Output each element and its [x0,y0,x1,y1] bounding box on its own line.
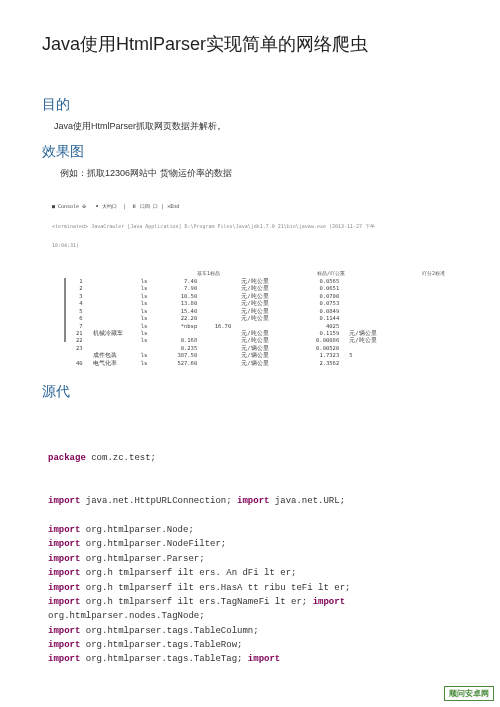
data-cell: 21 [76,330,83,337]
purpose-body: Java使用HtmlParser抓取网页数据并解析。 [54,120,458,133]
data-cell: ls [141,308,148,315]
data-cell [349,323,389,330]
data-cell: 0.00086 [299,337,339,344]
data-cell [207,293,231,300]
data-cell: 元/吨公里 [241,300,289,307]
data-cell: ls [141,330,148,337]
data-cell [241,323,289,330]
data-cell [93,285,131,292]
page-title: Java使用HtmlParser实现简单的网络爬虫 [42,32,458,56]
data-cell [207,300,231,307]
code-line [48,465,458,479]
data-cell [93,323,131,330]
console-panel: ■ Console ※ ⚬ 大约口 | ⏸ 口四 口 | ✕End <termi… [52,190,458,373]
code-line: package com.zc.test; [48,451,458,465]
code-line: import org.htmlparser.NodeFilter; [48,537,458,551]
col-v1b: 16.70 [207,278,231,367]
data-cell: 7.40 [157,278,197,285]
col-index: 1234567212223 40 [76,278,83,367]
data-cell: 7.90 [157,285,197,292]
effect-body: 例如：抓取12306网站中 货物运价率的数据 [60,167,458,180]
section-effect-heading: 效果图 [42,143,458,161]
data-cell: 0.168 [157,337,197,344]
code-line [48,480,458,494]
data-cell [76,352,83,359]
data-cell: 元/吨公里 [241,293,289,300]
data-cell [349,293,389,300]
data-cell [93,293,131,300]
data-cell [93,315,131,322]
section-purpose-heading: 目的 [42,96,458,114]
data-cell [93,278,131,285]
data-cell: 元/吨公里 [241,330,289,337]
data-cell: 元/吨公里 [241,337,289,344]
code-line: import org.htmlparser.tags.TableRow; [48,638,458,652]
data-cell: ls [141,337,148,344]
col-ls: lslslslslslslslsls lsls [141,278,148,367]
data-cell: 527.60 [157,360,197,367]
data-cell: ls [141,293,148,300]
data-cell: 0.1144 [299,315,339,322]
data-cell: 元/吨公里 [241,285,289,292]
data-cell: 22 [76,337,83,344]
data-cell [141,345,148,352]
data-cell: 3 [76,293,83,300]
data-cell: ls [141,323,148,330]
data-cell: 元/吨公里 [241,308,289,315]
data-cell [207,345,231,352]
data-cell [207,337,231,344]
col-label: 机械冷藏车 成件包装电气化率 [93,278,131,367]
data-cell: 0.0753 [299,300,339,307]
data-cell: ls [141,352,148,359]
code-line: import java.net.HttpURLConnection; impor… [48,494,458,508]
data-cell: 5 [76,308,83,315]
data-cell: 机械冷藏车 [93,330,131,337]
data-cell: 1 [76,278,83,285]
data-cell [349,300,389,307]
data-cell [207,285,231,292]
code-line: import org.htmlparser.tags.TableTag; imp… [48,652,458,666]
data-cell: 1.7323 [299,352,339,359]
console-timestamp: 10:04:31) [52,242,458,249]
code-line [48,509,458,523]
data-cell: 0.00520 [299,345,339,352]
data-cell: 元/辆公里 [241,360,289,367]
code-line: import org.h tmlparserf ilt ers. An dFi … [48,566,458,580]
data-cell: 23 [76,345,83,352]
data-cell: 2 [76,285,83,292]
data-cell: ls [141,285,148,292]
console-header: ■ Console ※ ⚬ 大约口 | ⏸ 口四 口 | ✕End [52,203,458,210]
code-line: org.htmlparser.nodes.TagNode; [48,609,458,623]
data-cell: 电气化率 [93,360,131,367]
data-cell [349,278,389,285]
col-v1: 7.407.9010.5013.8015.4022.20*nbsp 0.1680… [157,278,197,367]
data-cell: 元/辆公里 [241,345,289,352]
data-cell [349,345,389,352]
data-cell [207,352,231,359]
data-cell: ls [141,360,148,367]
data-cell [207,278,231,285]
data-cell: 40 [76,360,83,367]
bars-col [64,278,66,367]
data-cell [93,337,131,344]
data-cell: 387.50 [157,352,197,359]
data-cell [207,360,231,367]
data-cell [93,308,131,315]
data-cell [349,285,389,292]
th2: 标品/吖公重 [317,270,345,277]
code-line: import org.htmlparser.tags.TableColumn; [48,624,458,638]
data-cell [207,315,231,322]
data-cell: 16.70 [207,323,231,330]
code-block: package com.zc.test; import java.net.Htt… [48,451,458,667]
data-cell: 4025 [299,323,339,330]
data-cell: 15.40 [157,308,197,315]
data-cell: ls [141,278,148,285]
code-line: import org.htmlparser.Parser; [48,552,458,566]
data-cell: 4 [76,300,83,307]
data-cell: 元/辆公里 [349,330,389,337]
data-cell: 元/吨公里 [349,337,389,344]
data-cell: 0.0849 [299,308,339,315]
th1: 基车1标品 [197,270,220,277]
data-cell: 元/辆公里 [241,352,289,359]
console-terminated-line: <terminated> JavaCrawler [Java Applicati… [52,223,458,230]
